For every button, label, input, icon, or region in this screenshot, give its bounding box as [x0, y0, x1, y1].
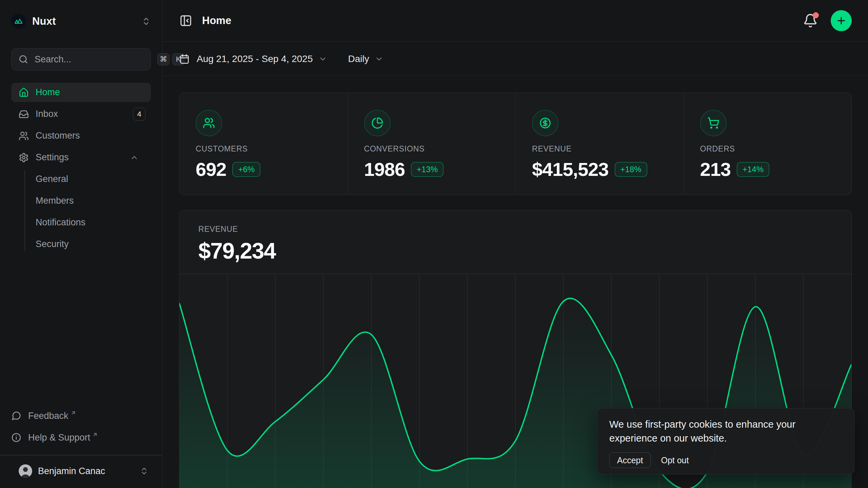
sidebar-item-label: Home [36, 87, 60, 98]
avatar [19, 464, 32, 478]
stat-delta-badge: +13% [411, 162, 443, 177]
sidebar-item-settings[interactable]: Settings [11, 148, 151, 167]
chevron-down-icon [375, 55, 383, 63]
chevrons-up-down-icon [141, 17, 151, 26]
granularity-select[interactable]: Daily [348, 54, 383, 64]
granularity-value: Daily [348, 54, 369, 64]
cookie-actions: Accept Opt out [609, 452, 842, 468]
stat-delta-badge: +14% [737, 162, 769, 177]
stat-label: REVENUE [532, 144, 667, 154]
stat-label: ORDERS [700, 144, 835, 154]
sidebar: Nuxt ⌘ K Home Inbox 4 [0, 0, 162, 488]
search-field[interactable]: ⌘ K [11, 48, 151, 70]
search-input[interactable] [35, 54, 155, 65]
sidebar-nav: Home Inbox 4 Customers Settings Genera [11, 83, 151, 256]
help-support-link[interactable]: Help & Support [11, 430, 151, 445]
stat-card-revenue: REVENUE $415,523 +18% [515, 93, 684, 195]
calendar-icon [179, 54, 190, 64]
shopping-cart-icon [700, 110, 727, 136]
sidebar-item-inbox[interactable]: Inbox 4 [11, 104, 151, 124]
user-menu[interactable]: Benjamin Canac [5, 459, 157, 483]
chevron-down-icon [318, 55, 327, 63]
stat-card-customers: CUSTOMERS 692 +6% [179, 93, 348, 195]
topbar: Home [163, 0, 868, 42]
workspace-switcher[interactable]: Nuxt [11, 14, 151, 29]
feedback-link[interactable]: Feedback [11, 408, 151, 424]
stats-row: CUSTOMERS 692 +6% CONVERSIONS 1986 +13% … [179, 93, 852, 195]
collapse-sidebar-icon[interactable] [179, 14, 193, 27]
stat-card-orders: ORDERS 213 +14% [684, 93, 852, 195]
sidebar-item-members[interactable]: Members [24, 191, 151, 210]
stat-value: 1986 [364, 158, 405, 180]
sidebar-divider [0, 455, 162, 455]
sub-item-label: Members [36, 196, 74, 206]
sidebar-item-home[interactable]: Home [11, 83, 151, 102]
stat-label: CUSTOMERS [196, 144, 331, 154]
page-title: Home [202, 15, 231, 27]
sub-item-label: Security [36, 239, 69, 249]
sub-item-label: General [36, 174, 68, 184]
notification-dot [813, 12, 819, 18]
stat-label: CONVERSIONS [364, 144, 499, 154]
revenue-total: $79,234 [198, 238, 832, 264]
sidebar-item-label: Customers [36, 130, 80, 141]
pie-chart-icon [364, 110, 391, 136]
circle-dollar-icon [532, 110, 558, 136]
help-support-label: Help & Support [28, 432, 90, 443]
sidebar-footer: Feedback Help & Support [11, 408, 151, 451]
sidebar-item-security[interactable]: Security [24, 235, 151, 254]
date-range-picker[interactable]: Aug 21, 2025 - Sep 4, 2025 [179, 54, 327, 64]
topbar-actions [803, 10, 852, 31]
accept-button[interactable]: Accept [609, 452, 651, 468]
sidebar-item-notifications[interactable]: Notifications [24, 213, 151, 232]
dashboard-page: { "theme": { "accent": "#00dc82", "page_… [0, 0, 868, 488]
gear-icon [19, 152, 29, 163]
sub-item-label: Notifications [36, 217, 85, 228]
external-link-icon [92, 432, 98, 438]
opt-out-button[interactable]: Opt out [655, 452, 694, 468]
filterbar: Aug 21, 2025 - Sep 4, 2025 Daily [163, 42, 868, 76]
chevron-up-icon [130, 153, 139, 162]
inbox-icon [19, 109, 29, 119]
user-name: Benjamin Canac [38, 466, 105, 476]
home-icon [19, 87, 29, 98]
cookie-banner: We use first-party cookies to enhance yo… [597, 408, 854, 474]
stat-delta-badge: +18% [615, 162, 647, 177]
users-icon [196, 110, 222, 136]
stat-value: $415,523 [532, 158, 609, 180]
info-circle-icon [11, 432, 21, 443]
message-circle-icon [11, 411, 21, 421]
notifications-button[interactable] [803, 13, 818, 28]
stat-card-conversions: CONVERSIONS 1986 +13% [348, 93, 516, 195]
sidebar-item-customers[interactable]: Customers [11, 126, 151, 145]
stat-delta-badge: +6% [232, 162, 260, 177]
revenue-header: REVENUE $79,234 [179, 210, 851, 264]
inbox-count-badge: 4 [133, 108, 145, 121]
stat-value: 213 [700, 158, 731, 180]
external-link-icon [71, 410, 76, 416]
workspace-name: Nuxt [32, 15, 56, 27]
settings-subnav: General Members Notifications Security [24, 169, 151, 254]
stat-value: 692 [196, 158, 226, 180]
sidebar-item-general[interactable]: General [24, 169, 151, 189]
feedback-label: Feedback [28, 411, 68, 421]
users-icon [19, 131, 29, 141]
date-range-value: Aug 21, 2025 - Sep 4, 2025 [197, 54, 313, 64]
sidebar-item-label: Settings [36, 152, 69, 163]
add-button[interactable] [831, 10, 852, 31]
chevrons-up-down-icon [140, 467, 149, 475]
sidebar-item-label: Inbox [36, 109, 58, 119]
search-icon [18, 54, 28, 64]
cookie-message: We use first-party cookies to enhance yo… [609, 418, 842, 445]
nuxt-logo-icon [11, 14, 26, 29]
plus-icon [836, 15, 847, 26]
revenue-label: REVENUE [198, 225, 832, 234]
